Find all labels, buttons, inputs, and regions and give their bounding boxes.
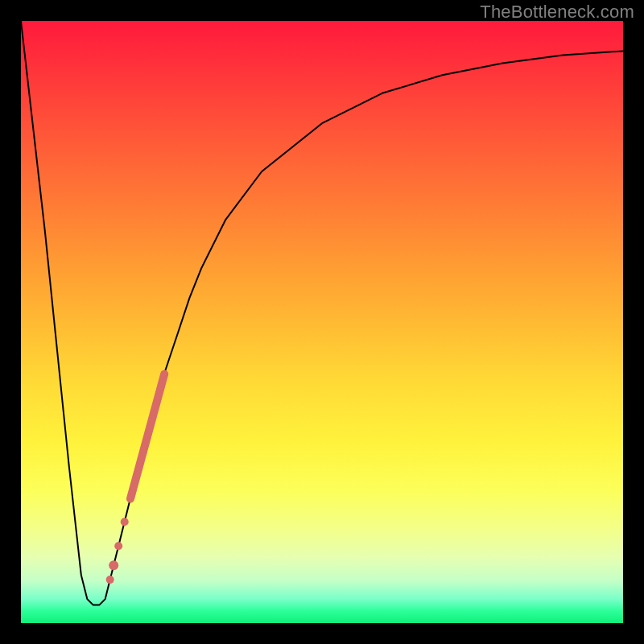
bottleneck-curve xyxy=(21,21,623,605)
highlight-segment xyxy=(126,369,170,504)
highlight-dot xyxy=(109,560,118,570)
highlight-dot xyxy=(106,576,114,584)
watermark: TheBottleneck.com xyxy=(480,2,634,23)
chart-svg xyxy=(21,21,623,623)
highlight-dot xyxy=(121,518,129,526)
highlight-dot xyxy=(114,542,122,550)
